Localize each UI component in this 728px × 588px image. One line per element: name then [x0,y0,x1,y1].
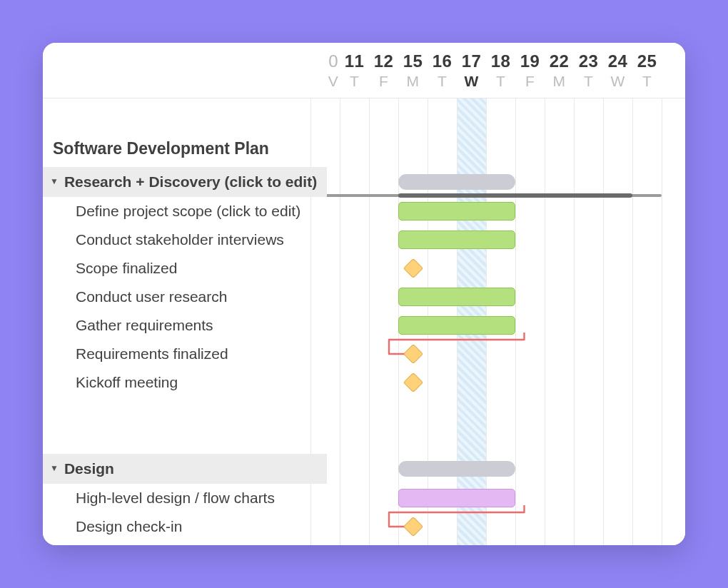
date-col-11[interactable]: 25 [632,51,662,71]
group-summary-cell [327,454,685,484]
task-bar-cell [327,254,685,283]
group-summary-bar[interactable] [398,461,515,477]
date-col-5[interactable]: 17 [457,51,486,71]
milestone-diamond[interactable] [403,258,423,278]
dow-col-4: T [428,73,457,91]
chevron-down-icon[interactable]: ▼ [50,463,59,473]
dow-col-3: M [398,73,428,91]
gantt-app: 01112151617181922232425 VTFMTWTFMTWT Sof… [43,43,685,545]
dow-col-11: T [632,73,662,91]
date-col-2[interactable]: 12 [369,51,398,71]
date-col-0[interactable]: 0 [327,51,340,71]
group-summary-cell [327,167,685,197]
dow-col-10: W [603,73,632,91]
task-label[interactable]: Scope finalized [43,260,327,277]
dow-col-7: F [515,73,545,91]
task-label[interactable]: Conduct user research [43,288,327,305]
task-bar-cell [327,512,685,541]
task-bar-cell [327,197,685,225]
date-col-4[interactable]: 16 [428,51,457,71]
milestone-diamond[interactable] [403,372,423,392]
task-bar[interactable] [398,489,515,507]
group-name: Design [64,460,114,477]
app-card: 01112151617181922232425 VTFMTWTFMTWT Sof… [43,43,685,545]
dow-col-0: V [327,73,340,91]
task-label[interactable]: Design check-in [43,518,327,535]
milestone-diamond[interactable] [403,344,423,364]
task-bar-cell [327,368,685,397]
timeline-header: 01112151617181922232425 VTFMTWTFMTWT [43,43,685,98]
timeline-dates-row: 01112151617181922232425 [43,51,685,71]
plan-summary-cell [327,130,685,167]
task-bar-cell [327,340,685,368]
chevron-down-icon[interactable]: ▼ [50,176,59,186]
task-bar[interactable] [398,316,515,335]
group-header[interactable]: ▼Research + Discovery (click to edit) [43,167,327,197]
date-col-1[interactable]: 11 [340,51,369,71]
task-bar[interactable] [398,288,515,306]
group-summary-bar[interactable] [398,174,515,190]
task-label[interactable]: Requirements finalized [43,345,327,363]
milestone-diamond[interactable] [403,517,423,537]
timeline-dows-row: VTFMTWTFMTWT [43,73,685,91]
dow-col-1: T [340,73,369,91]
date-col-10[interactable]: 24 [603,51,632,71]
dow-col-5: W [457,73,486,91]
task-bar-cell [327,225,685,254]
task-label[interactable]: Kickoff meeting [43,374,327,391]
dow-col-6: T [486,73,515,91]
task-label[interactable]: Gather requirements [43,317,327,334]
gantt-grid[interactable]: Software Development Plan▼Research + Dis… [43,98,685,545]
task-label[interactable]: High-level design / flow charts [43,490,327,507]
task-bar[interactable] [398,202,515,220]
task-bar[interactable] [398,230,515,249]
task-bar-cell [327,311,685,340]
date-col-9[interactable]: 23 [574,51,603,71]
date-col-8[interactable]: 22 [545,51,574,71]
task-bar-cell [327,283,685,311]
group-header[interactable]: ▼Design [43,454,327,484]
dow-col-9: T [574,73,603,91]
date-col-7[interactable]: 19 [515,51,545,71]
date-col-6[interactable]: 18 [486,51,515,71]
task-label[interactable]: Conduct stakeholder interviews [43,231,327,248]
group-name: Research + Discovery (click to edit) [64,173,317,191]
task-label[interactable]: Define project scope (click to edit) [43,203,327,220]
dow-col-2: F [369,73,398,91]
plan-title[interactable]: Software Development Plan [43,139,327,158]
date-col-3[interactable]: 15 [398,51,428,71]
gantt-rows: Software Development Plan▼Research + Dis… [43,130,685,541]
task-bar-cell [327,484,685,512]
dow-col-8: M [545,73,574,91]
